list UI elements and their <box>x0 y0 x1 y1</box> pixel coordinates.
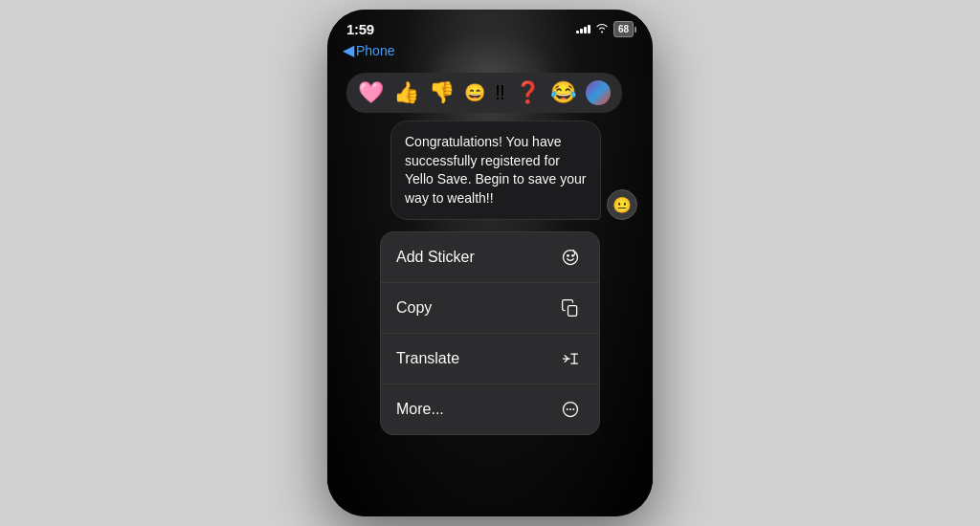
svg-point-7 <box>572 408 574 410</box>
svg-rect-3 <box>568 306 577 317</box>
reaction-more-button[interactable] <box>586 80 611 105</box>
battery-indicator: 68 <box>613 21 634 37</box>
translate-label: Translate <box>396 350 459 367</box>
avatar-emoji: 😐 <box>612 196 632 214</box>
svg-point-1 <box>568 255 569 257</box>
reaction-haha[interactable]: 😄 <box>464 84 485 101</box>
status-bar: 1:59 68 <box>327 10 653 41</box>
reaction-laugh[interactable]: 😂 <box>550 82 576 103</box>
svg-point-5 <box>567 408 568 410</box>
signal-icon <box>576 25 590 33</box>
svg-point-0 <box>564 251 578 265</box>
status-time: 1:59 <box>346 21 374 37</box>
content-area: 🩷 👍 👎 😄 ‼️ ❓ 😂 Congratulations! You have… <box>327 65 653 443</box>
message-avatar: 😐 <box>607 189 637 220</box>
more-label: More... <box>396 401 444 418</box>
menu-more[interactable]: More... <box>381 384 599 434</box>
reaction-heart[interactable]: 🩷 <box>358 82 384 103</box>
svg-point-2 <box>572 255 574 257</box>
reaction-thumbsup[interactable]: 👍 <box>393 82 419 103</box>
reaction-picker[interactable]: 🩷 👍 👎 😄 ‼️ ❓ 😂 <box>346 73 622 113</box>
menu-add-sticker[interactable]: Add Sticker <box>381 232 599 283</box>
reaction-question[interactable]: ❓ <box>515 82 541 103</box>
back-chevron-icon: ◀ <box>343 41 354 59</box>
more-icon <box>557 396 584 423</box>
message-bubble: Congratulations! You have successfully r… <box>390 121 601 220</box>
reaction-exclaim[interactable]: ‼️ <box>495 82 505 103</box>
copy-label: Copy <box>396 299 432 317</box>
status-icons: 68 <box>576 21 634 37</box>
message-text: Congratulations! You have successfully r… <box>405 134 586 206</box>
menu-translate[interactable]: Translate <box>381 334 599 384</box>
reaction-thumbsdown[interactable]: 👎 <box>429 82 455 103</box>
wifi-icon <box>595 22 609 36</box>
sticker-icon <box>557 244 584 271</box>
back-label: Phone <box>356 43 394 58</box>
phone-frame: 1:59 68 ◀ Phone <box>327 10 653 516</box>
add-sticker-label: Add Sticker <box>396 249 475 266</box>
menu-copy[interactable]: Copy <box>381 283 599 334</box>
translate-icon <box>557 345 584 372</box>
context-menu: Add Sticker Copy <box>380 231 600 435</box>
back-nav[interactable]: ◀ Phone <box>327 41 653 65</box>
copy-icon <box>557 295 584 321</box>
message-row: Congratulations! You have successfully r… <box>343 121 637 220</box>
svg-point-6 <box>569 408 571 410</box>
